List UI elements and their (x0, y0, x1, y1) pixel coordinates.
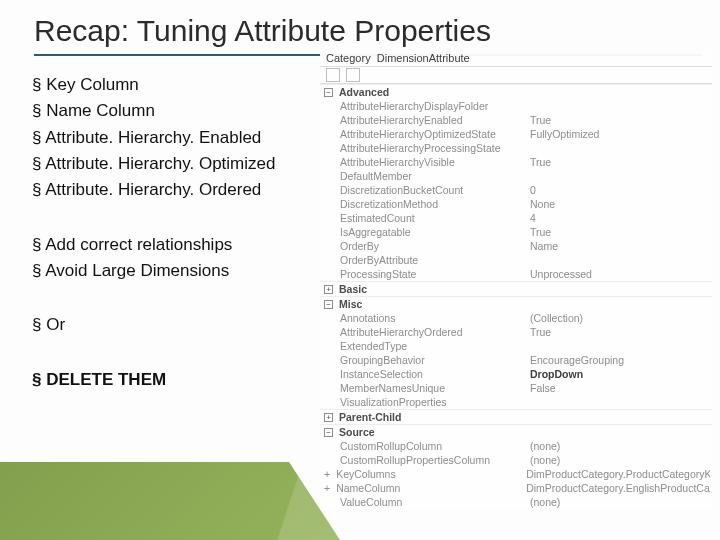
property-row[interactable]: VisualizationProperties (320, 395, 712, 409)
property-value[interactable]: DimProductCategory.ProductCategoryKey (I… (526, 467, 710, 481)
property-row[interactable]: AttributeHierarchyEnabledTrue (320, 113, 712, 127)
bullet-group-1: Key Column Name Column Attribute. Hierar… (32, 72, 322, 204)
alphabetical-icon[interactable] (346, 68, 360, 82)
property-row[interactable]: IsAggregatableTrue (320, 225, 712, 239)
property-row[interactable]: MemberNamesUniqueFalse (320, 381, 712, 395)
group-label: Parent-Child (339, 411, 401, 423)
property-row[interactable]: CustomRollupPropertiesColumn(none) (320, 453, 712, 467)
property-key: AttributeHierarchyOptimizedState (340, 127, 530, 141)
property-value[interactable]: True (530, 325, 710, 339)
property-value[interactable]: (none) (530, 439, 710, 453)
footer-graphic (0, 462, 340, 540)
group-label: Source (339, 426, 375, 438)
collapse-icon[interactable]: − (324, 88, 333, 97)
property-row[interactable]: ValueColumn(none) (320, 495, 712, 509)
property-row[interactable]: AttributeHierarchyProcessingState (320, 141, 712, 155)
property-value[interactable]: Unprocessed (530, 267, 710, 281)
property-row[interactable]: AttributeHierarchyOrderedTrue (320, 325, 712, 339)
collapse-icon[interactable]: − (324, 300, 333, 309)
list-item: Attribute. Hierarchy. Optimized (32, 151, 322, 177)
collapse-icon[interactable]: − (324, 428, 333, 437)
property-key: CustomRollupColumn (340, 439, 530, 453)
header-value: DimensionAttribute (377, 52, 470, 64)
property-row[interactable]: ExtendedType (320, 339, 712, 353)
property-row[interactable]: ProcessingStateUnprocessed (320, 267, 712, 281)
property-row[interactable]: +KeyColumnsDimProductCategory.ProductCat… (320, 467, 712, 481)
property-row[interactable]: AttributeHierarchyOptimizedStateFullyOpt… (320, 127, 712, 141)
properties-header: Category DimensionAttribute (320, 50, 712, 66)
list-item: Add correct relationships (32, 232, 322, 258)
property-key: AttributeHierarchyOrdered (340, 325, 530, 339)
property-key: AttributeHierarchyProcessingState (340, 141, 530, 155)
property-value[interactable]: True (530, 155, 710, 169)
list-item-delete: DELETE THEM (32, 367, 322, 393)
property-key: MemberNamesUnique (340, 381, 530, 395)
property-row[interactable]: DiscretizationMethodNone (320, 197, 712, 211)
list-item: Or (32, 312, 322, 338)
property-key: OrderByAttribute (340, 253, 530, 267)
list-item: Name Column (32, 98, 322, 124)
property-value[interactable]: DropDown (530, 367, 710, 381)
property-value[interactable]: EncourageGrouping (530, 353, 710, 367)
property-row[interactable]: AttributeHierarchyVisibleTrue (320, 155, 712, 169)
property-key: DiscretizationMethod (340, 197, 530, 211)
list-item: Avoid Large Dimensions (32, 258, 322, 284)
property-row[interactable]: OrderByName (320, 239, 712, 253)
property-group[interactable]: +Basic (320, 281, 712, 296)
property-key: Annotations (340, 311, 530, 325)
property-value[interactable]: 4 (530, 211, 710, 225)
property-row[interactable]: DiscretizationBucketCount0 (320, 183, 712, 197)
bullet-group-3: Or (32, 312, 322, 338)
list-item: Attribute. Hierarchy. Enabled (32, 125, 322, 151)
expand-icon[interactable]: + (324, 285, 333, 294)
property-group[interactable]: +Parent-Child (320, 409, 712, 424)
property-key: ValueColumn (340, 495, 530, 509)
expand-icon[interactable]: + (324, 481, 330, 495)
property-key: EstimatedCount (340, 211, 530, 225)
property-row[interactable]: DefaultMember (320, 169, 712, 183)
property-key: OrderBy (340, 239, 530, 253)
property-key: DiscretizationBucketCount (340, 183, 530, 197)
property-row[interactable]: +NameColumnDimProductCategory.EnglishPro… (320, 481, 712, 495)
property-key: IsAggregatable (340, 225, 530, 239)
bullet-group-4: DELETE THEM (32, 367, 322, 393)
property-value[interactable]: None (530, 197, 710, 211)
property-value[interactable]: Name (530, 239, 710, 253)
property-group[interactable]: −Misc (320, 296, 712, 311)
property-key: KeyColumns (336, 467, 526, 481)
group-label: Misc (339, 298, 362, 310)
list-item: Attribute. Hierarchy. Ordered (32, 177, 322, 203)
property-row[interactable]: Annotations(Collection) (320, 311, 712, 325)
property-value[interactable]: 0 (530, 183, 710, 197)
property-value[interactable]: FullyOptimized (530, 127, 710, 141)
property-key: DefaultMember (340, 169, 530, 183)
property-value[interactable]: (Collection) (530, 311, 710, 325)
property-value[interactable]: True (530, 225, 710, 239)
property-key: AttributeHierarchyDisplayFolder (340, 99, 530, 113)
property-row[interactable]: AttributeHierarchyDisplayFolder (320, 99, 712, 113)
property-value[interactable]: (none) (530, 453, 710, 467)
property-value[interactable]: True (530, 113, 710, 127)
property-key: ProcessingState (340, 267, 530, 281)
group-label: Advanced (339, 86, 389, 98)
bullet-content: Key Column Name Column Attribute. Hierar… (32, 72, 322, 421)
property-row[interactable]: CustomRollupColumn(none) (320, 439, 712, 453)
property-row[interactable]: GroupingBehaviorEncourageGrouping (320, 353, 712, 367)
expand-icon[interactable]: + (324, 467, 330, 481)
property-row[interactable]: InstanceSelectionDropDown (320, 367, 712, 381)
property-key: CustomRollupPropertiesColumn (340, 453, 530, 467)
property-key: ExtendedType (340, 339, 530, 353)
property-row[interactable]: OrderByAttribute (320, 253, 712, 267)
property-group[interactable]: −Source (320, 424, 712, 439)
property-key: GroupingBehavior (340, 353, 530, 367)
property-value[interactable]: False (530, 381, 710, 395)
property-group[interactable]: −Advanced (320, 84, 712, 99)
property-value[interactable]: (none) (530, 495, 710, 509)
categorized-icon[interactable] (326, 68, 340, 82)
properties-panel: Category DimensionAttribute −AdvancedAtt… (320, 50, 712, 509)
expand-icon[interactable]: + (324, 413, 333, 422)
property-row[interactable]: EstimatedCount4 (320, 211, 712, 225)
property-value[interactable]: DimProductCategory.EnglishProductCategor… (526, 481, 710, 495)
property-key: AttributeHierarchyEnabled (340, 113, 530, 127)
properties-toolbar[interactable] (320, 66, 712, 84)
